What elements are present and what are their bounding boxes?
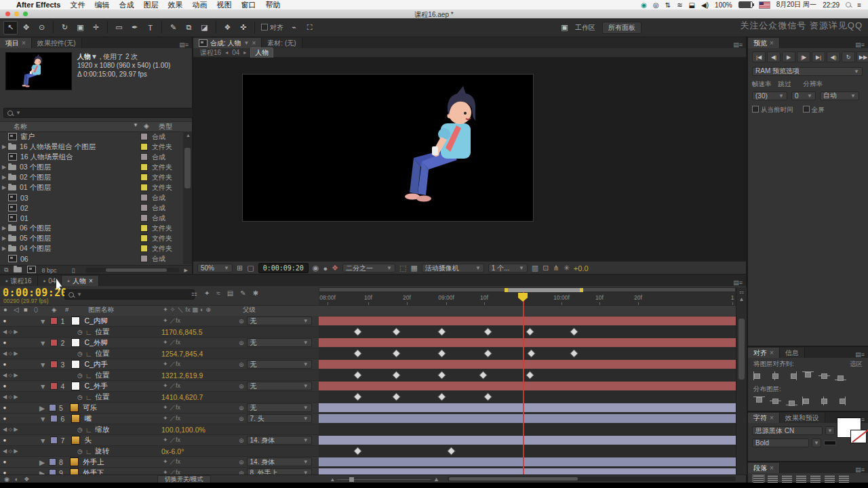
all-panels-button[interactable]: 所有面板 <box>602 22 642 34</box>
align-left-button[interactable] <box>753 371 765 380</box>
menu-item-帮助[interactable]: 帮助 <box>265 0 280 10</box>
panel-menu-icon[interactable]: ▤≡ <box>730 279 746 286</box>
property-value[interactable]: 0x-6.0° <box>161 447 184 455</box>
project-item-row[interactable]: 01合成 <box>0 213 183 223</box>
keyframe-navigator[interactable]: ◀ ⬦ ▶ <box>0 350 34 357</box>
font-family-select[interactable]: 思源黑体 CN <box>752 426 823 435</box>
layer-track[interactable] <box>319 413 736 424</box>
layer-twirl-icon[interactable]: ▼ <box>39 436 46 445</box>
layer-duration-bar[interactable] <box>319 468 736 474</box>
column-name[interactable]: 名称 <box>14 122 27 131</box>
audio-button[interactable]: ◀) <box>827 52 840 62</box>
expand-modes-icon[interactable]: ◐ <box>15 476 18 483</box>
property-row[interactable]: ◀ ⬦ ▶◷∟缩放100.0,100.0% <box>0 424 319 435</box>
project-item-name[interactable]: 16 人物场景组合 <box>20 152 140 162</box>
keyframe-icon[interactable] <box>355 329 361 336</box>
property-name[interactable]: 位置 <box>95 392 109 402</box>
fullscreen-icon[interactable]: ⛶ <box>302 21 317 35</box>
parent-pickwhip-icon[interactable]: ⊚ <box>239 318 244 325</box>
tab-character[interactable]: 字符× <box>748 413 780 423</box>
stroke-color-swatch[interactable] <box>850 430 867 443</box>
property-track[interactable] <box>319 392 736 403</box>
mini-flowchart-icon[interactable]: ⚏ <box>736 287 747 295</box>
brush-tool[interactable]: ✎ <box>166 21 180 35</box>
layer-number-column[interactable]: # <box>65 306 68 313</box>
font-style-caret[interactable]: ▼ <box>812 439 821 447</box>
volume-icon[interactable]: ◀) <box>701 1 709 9</box>
layer-switches[interactable]: ✦ ／fx <box>163 414 180 423</box>
property-name[interactable]: 位置 <box>95 349 109 359</box>
project-item-name[interactable]: 04 个图层 <box>20 244 140 253</box>
layer-duration-bar[interactable] <box>319 338 736 347</box>
layer-label-chip[interactable] <box>49 458 56 466</box>
play-button[interactable]: ▶ <box>782 52 795 62</box>
tab-effects-presets[interactable]: 效果和预设 <box>780 413 825 423</box>
layer-duration-bar[interactable] <box>319 414 736 423</box>
pan-behind-tool[interactable]: ✛ <box>89 21 103 35</box>
paragraph-align-right-button[interactable] <box>782 476 792 483</box>
layer-name[interactable]: 嘴 <box>84 414 92 424</box>
twirl-icon[interactable]: ▶ <box>0 184 8 190</box>
project-item-row[interactable]: 16 人物场景组合合成 <box>0 152 183 162</box>
label-color-chip[interactable] <box>140 174 148 181</box>
parent-select[interactable]: 无▼ <box>247 382 312 390</box>
panel-menu-icon[interactable]: ▤≡ <box>730 41 746 48</box>
property-name[interactable]: 缩放 <box>95 425 109 434</box>
keyframe-icon[interactable] <box>439 394 446 401</box>
project-item-name[interactable]: 03 个图层 <box>20 163 140 172</box>
label-color-chip[interactable] <box>140 214 148 222</box>
parent-pickwhip-icon[interactable]: ⊚ <box>239 405 244 411</box>
parent-select[interactable]: 14. 身体▼ <box>247 436 312 445</box>
sync-icon[interactable]: ◎ <box>653 1 659 9</box>
project-item-name[interactable]: 16 人物场景组合 个图层 <box>20 142 140 152</box>
parent-pickwhip-icon[interactable]: ⊚ <box>239 437 244 444</box>
project-item-row[interactable]: 06合成 <box>0 253 183 264</box>
airplay-icon[interactable]: ⬓ <box>689 1 695 9</box>
twirl-icon[interactable]: ▶ <box>0 174 8 180</box>
parent-pickwhip-icon[interactable]: ⊚ <box>239 340 244 346</box>
keyframe-icon[interactable] <box>393 372 400 379</box>
puppet-pin-tool[interactable]: ✜ <box>236 21 250 35</box>
layer-duration-bar[interactable] <box>319 382 736 390</box>
camera-tool[interactable]: ▣ <box>73 21 87 35</box>
grid-guides-icon[interactable]: ⊞ <box>237 264 243 272</box>
layer-label-chip[interactable] <box>49 404 56 411</box>
tab-composition[interactable]: 合成: 人物▼× <box>193 38 262 48</box>
magnification-select[interactable]: 50%▼ <box>197 264 233 272</box>
property-value[interactable]: 100.0,100.0% <box>161 426 205 434</box>
project-item-row[interactable]: ▶02 个图层文件夹 <box>0 172 183 182</box>
menu-item-窗口[interactable]: 窗口 <box>241 0 256 10</box>
exposure-value[interactable]: +0.0 <box>574 264 589 272</box>
audio-column-icon[interactable]: ◁ <box>14 306 18 313</box>
layer-label-chip[interactable] <box>50 382 58 390</box>
panel-menu-icon[interactable]: ▤≡ <box>852 351 868 358</box>
composition-viewport[interactable] <box>193 58 746 261</box>
twirl-icon[interactable]: ▶ <box>0 235 8 241</box>
font-family-caret[interactable]: ▼ <box>825 426 835 435</box>
menu-date[interactable]: 8月20日 周一 <box>776 0 816 9</box>
paragraph-align-justify-right-button[interactable] <box>825 476 835 483</box>
paragraph-align-center-button[interactable] <box>768 476 778 483</box>
label-color-chip[interactable] <box>140 224 148 232</box>
from-current-time-checkbox[interactable]: 从当前时间 <box>752 106 793 115</box>
distribute-vc-button[interactable] <box>770 396 781 405</box>
layer-name[interactable]: 可乐 <box>83 403 97 413</box>
viewer-timecode[interactable]: 0:00:09:20 <box>258 263 309 273</box>
layer-label-chip[interactable] <box>50 415 58 422</box>
panel-menu-icon[interactable]: ▤≡ <box>176 41 192 48</box>
composition-frame[interactable] <box>243 75 533 221</box>
tab-effect-controls[interactable]: 效果控件(无) <box>32 38 82 48</box>
align-top-button[interactable] <box>802 371 814 380</box>
layer-track[interactable] <box>319 457 736 468</box>
breadcrumb-mid[interactable]: 04 <box>232 49 239 56</box>
type-tool[interactable]: T <box>143 21 157 35</box>
timeline-vertical-scrollbar[interactable]: ⚏ ▲ <box>736 287 747 474</box>
layer-row[interactable]: ●▶8外手上✦ ／fx⊚14. 身体▼ <box>0 457 319 468</box>
expand-layers-icon[interactable]: ◉ <box>4 476 9 483</box>
menu-item-动画[interactable]: 动画 <box>192 0 207 10</box>
layer-track[interactable] <box>319 316 736 327</box>
layer-track[interactable] <box>319 468 736 474</box>
fullscreen-checkbox[interactable]: 全屏 <box>803 106 825 115</box>
keyframe-icon[interactable] <box>528 350 535 357</box>
layer-visibility-icon[interactable]: ● <box>0 470 9 474</box>
